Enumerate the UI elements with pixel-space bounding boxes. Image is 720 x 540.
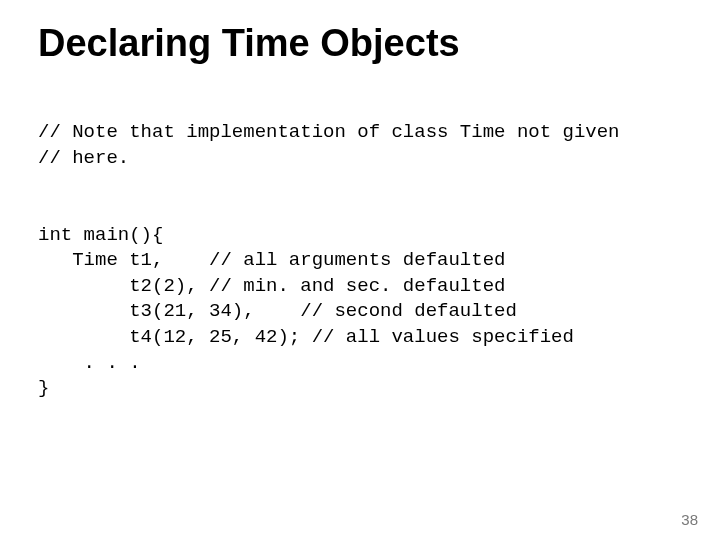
code-block: // Note that implementation of class Tim… (38, 120, 620, 402)
page-number: 38 (681, 511, 698, 528)
slide: Declaring Time Objects // Note that impl… (0, 0, 720, 540)
page-title: Declaring Time Objects (38, 22, 460, 65)
